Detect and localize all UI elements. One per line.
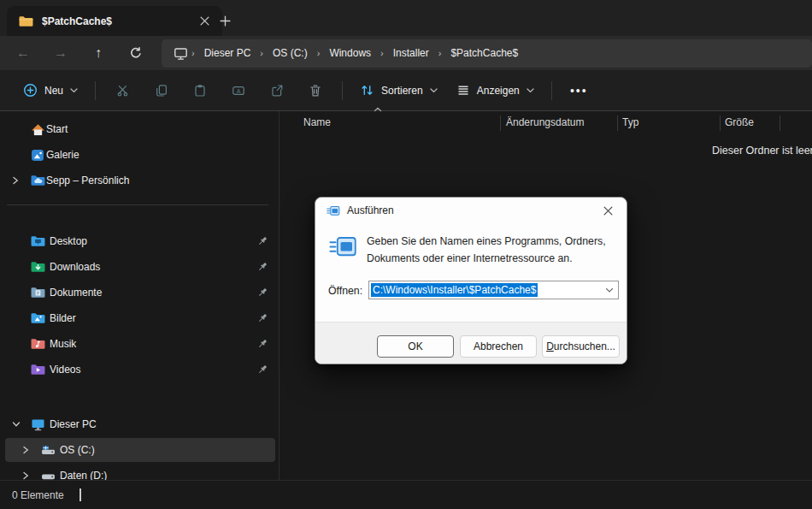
new-button-label: Neu [44, 85, 63, 97]
chevron-right-icon[interactable] [22, 471, 32, 480]
sidebar-item-dokumente[interactable]: Dokumente [0, 280, 279, 305]
desktop-folder-icon [31, 235, 45, 247]
sidebar-item-bilder[interactable]: Bilder [0, 305, 279, 331]
sort-button[interactable]: Sortieren [350, 76, 447, 105]
sidebar-item-start[interactable]: Start [0, 116, 279, 142]
run-large-icon [329, 235, 357, 258]
open-input-value[interactable]: C:\Windows\Installer\$PatchCache$ [371, 283, 538, 297]
copy-icon[interactable] [142, 76, 180, 105]
sort-arrows-icon [360, 83, 374, 98]
new-button[interactable]: Neu [14, 76, 87, 105]
this-pc-small-icon [174, 47, 188, 60]
explorer-tab[interactable]: $PatchCache$ [7, 6, 222, 36]
column-size[interactable]: Größe [725, 116, 754, 128]
cut-icon[interactable] [103, 76, 142, 105]
breadcrumb-os-c[interactable]: OS (C:) [264, 47, 316, 59]
column-divider[interactable] [720, 115, 721, 131]
column-headers: Name Änderungsdatum Typ Größe [279, 113, 812, 133]
music-folder-icon [31, 338, 45, 350]
dialog-close-icon[interactable] [596, 199, 620, 222]
chevron-right-icon[interactable] [12, 176, 22, 185]
ok-button[interactable]: OK [377, 335, 454, 358]
folder-tab-icon [19, 15, 33, 27]
pictures-folder-icon [31, 312, 45, 324]
view-button-label: Anzeigen [477, 85, 520, 97]
forward-icon[interactable]: → [42, 39, 79, 67]
run-dialog-message: Geben Sie den Namen eines Programms, Ord… [367, 234, 606, 267]
sidebar-item-label: Start [46, 123, 68, 135]
toolbar-divider [551, 81, 552, 100]
tab-strip: $PatchCache$ [0, 0, 812, 36]
chevron-down-icon[interactable] [12, 421, 22, 428]
gallery-icon [31, 149, 45, 162]
sidebar-item-label: Downloads [50, 261, 100, 273]
pin-icon [256, 364, 268, 376]
pane-divider[interactable] [279, 111, 279, 481]
sidebar-item-videos[interactable]: Videos [0, 357, 279, 382]
more-options-icon[interactable]: ••• [560, 76, 598, 105]
column-divider[interactable] [780, 115, 780, 131]
column-divider[interactable] [617, 115, 618, 131]
plus-circle-icon [23, 83, 38, 98]
back-icon[interactable]: ← [4, 39, 42, 67]
sidebar-item-onedrive[interactable]: Sepp – Persönlich [0, 168, 279, 193]
chevron-right-icon[interactable] [22, 446, 32, 454]
more-options-label: ••• [570, 84, 588, 98]
tab-title: $PatchCache$ [42, 15, 193, 27]
sidebar-item-label: Dokumente [50, 287, 102, 299]
pin-icon [256, 312, 268, 324]
sidebar-separator [7, 204, 268, 205]
delete-icon[interactable] [296, 76, 334, 105]
combobox-chevron-icon[interactable] [605, 287, 614, 293]
sidebar-item-desktop[interactable]: Desktop [0, 228, 279, 254]
refresh-icon[interactable] [117, 39, 155, 67]
sidebar-item-galerie[interactable]: Galerie [0, 142, 279, 168]
os-drive-icon [41, 444, 56, 456]
tab-close-icon[interactable] [193, 10, 215, 33]
open-combobox[interactable]: C:\Windows\Installer\$PatchCache$ [368, 281, 619, 299]
breadcrumb-patchcache[interactable]: $PatchCache$ [442, 47, 527, 59]
breadcrumb-installer[interactable]: Installer [385, 47, 438, 59]
message-line-1: Geben Sie den Namen eines Programms, Ord… [367, 234, 606, 251]
sidebar-item-label: Dieser PC [50, 418, 97, 430]
column-name[interactable]: Name [303, 116, 331, 128]
column-type[interactable]: Typ [622, 116, 638, 128]
sidebar-item-downloads[interactable]: Downloads [0, 254, 279, 280]
breadcrumb-dieser-pc[interactable]: Dieser PC [196, 47, 260, 59]
paste-icon[interactable] [180, 76, 219, 105]
navigation-bar: ← → ↑ › Dieser PC › OS (C:) › Windows › … [0, 36, 812, 70]
sidebar-item-label: Desktop [50, 235, 87, 247]
column-date-modified[interactable]: Änderungsdatum [506, 116, 584, 128]
share-icon[interactable] [257, 76, 296, 105]
sidebar-item-dieser-pc[interactable]: Dieser PC [0, 411, 279, 437]
open-label: Öffnen: [328, 285, 362, 297]
status-bar: 0 Elemente [0, 480, 812, 509]
view-button[interactable]: Anzeigen [447, 76, 544, 105]
sidebar-item-label: Bilder [50, 312, 76, 324]
pin-icon [256, 287, 268, 299]
rename-icon[interactable]: A [219, 76, 257, 105]
sidebar-item-musik[interactable]: Musik [0, 331, 279, 357]
downloads-folder-icon [31, 261, 45, 273]
cancel-button[interactable]: Abbrechen [460, 335, 537, 358]
dialog-footer: OK Abbrechen Durchsuchen... [315, 322, 627, 364]
items-count: 0 Elemente [12, 489, 64, 501]
up-icon[interactable]: ↑ [79, 39, 117, 67]
toolbar-divider [342, 81, 343, 100]
new-tab-button[interactable] [214, 9, 236, 32]
run-small-icon [327, 205, 340, 216]
sidebar-item-label: Galerie [46, 149, 79, 161]
browse-button[interactable]: Durchsuchen... [542, 335, 620, 358]
sidebar-spacer [0, 382, 279, 411]
toolbar-divider [95, 81, 96, 100]
run-dialog-titlebar[interactable]: Ausführen [315, 198, 627, 223]
address-bar[interactable]: › Dieser PC › OS (C:) › Windows › Instal… [162, 39, 812, 68]
videos-folder-icon [31, 364, 45, 376]
sidebar-item-label: OS (C:) [60, 444, 95, 456]
column-divider[interactable] [500, 115, 501, 131]
sidebar-item-label: Sepp – Persönlich [46, 175, 129, 186]
sort-ascending-icon [374, 107, 382, 112]
breadcrumb-windows[interactable]: Windows [321, 47, 380, 59]
sidebar-item-os-c[interactable]: OS (C:) [0, 437, 279, 463]
status-separator [79, 488, 81, 501]
